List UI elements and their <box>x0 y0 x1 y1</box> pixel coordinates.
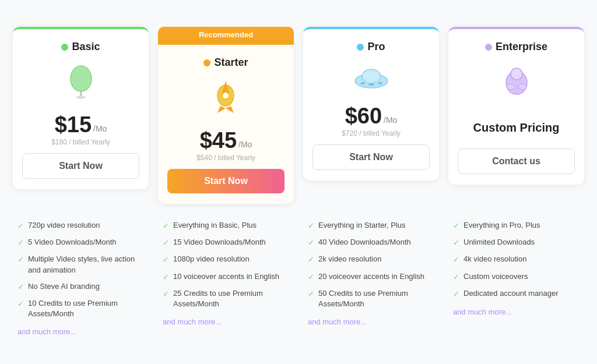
feature-text: 5 Video Downloads/Month <box>28 237 117 248</box>
start-button-starter[interactable]: Start Now <box>167 169 285 193</box>
and-more-starter[interactable]: and much more... <box>163 317 222 326</box>
card-wrapper-enterprise: EnterpriseCustom PricingContact us <box>448 27 584 185</box>
price-row-starter: $45/Mo <box>200 129 252 151</box>
price-row-pro: $60/Mo <box>345 105 398 127</box>
plan-icon-starter <box>210 78 242 123</box>
check-icon: ✓ <box>163 272 169 282</box>
start-button-enterprise[interactable]: Contact us <box>458 149 575 174</box>
feature-text: 4k video resolution <box>463 254 526 264</box>
feature-text: Multiple Video styles, live action and a… <box>28 254 144 275</box>
feature-item: ✓720p video resolution <box>17 220 144 231</box>
svg-point-0 <box>71 66 92 91</box>
features-section: ✓720p video resolution✓5 Video Downloads… <box>13 211 584 337</box>
feature-text: Everything in Starter, Plus <box>318 220 406 231</box>
check-icon: ✓ <box>17 299 24 309</box>
and-more-pro[interactable]: and much more... <box>308 317 367 326</box>
plan-name-row-basic: Basic <box>61 41 100 53</box>
check-icon: ✓ <box>308 272 314 282</box>
price-dollar-pro: $60 <box>345 105 382 127</box>
check-icon: ✓ <box>17 282 24 292</box>
feature-item: ✓No Steve AI branding <box>17 281 144 292</box>
svg-point-14 <box>511 68 522 80</box>
and-more-basic[interactable]: and much more... <box>17 327 76 336</box>
feature-item: ✓Everything in Pro, Plus <box>453 220 580 231</box>
start-button-basic[interactable]: Start Now <box>22 153 139 179</box>
check-icon: ✓ <box>453 272 459 282</box>
features-list-enterprise: ✓Everything in Pro, Plus✓Unlimited Downl… <box>453 220 580 299</box>
plan-card-enterprise: EnterpriseCustom PricingContact us <box>448 27 584 185</box>
feature-text: Everything in Pro, Plus <box>463 220 540 231</box>
feature-text: Unlimited Downloads <box>463 237 535 248</box>
pricing-cards: Basic$15/Mo$180 / billed YearlyStart Now… <box>13 27 584 204</box>
plan-card-basic: Basic$15/Mo$180 / billed YearlyStart Now <box>13 27 149 189</box>
features-col-enterprise: ✓Everything in Pro, Plus✓Unlimited Downl… <box>448 211 584 337</box>
plan-card-pro: Pro$60/Mo$720 / billed YearlyStart Now <box>303 27 439 181</box>
svg-point-9 <box>362 69 381 83</box>
feature-text: No Steve AI branding <box>28 281 100 292</box>
svg-point-7 <box>223 93 229 98</box>
feature-text: 2k video resolution <box>318 254 381 264</box>
card-wrapper-starter: RecommendedStarter$45/Mo$540 / billed Ye… <box>158 27 294 204</box>
plan-name-row-starter: Starter <box>203 56 248 69</box>
feature-item: ✓2k video resolution <box>308 254 434 265</box>
feature-item: ✓50 Credits to use Premium Assets/Month <box>308 288 434 309</box>
card-wrapper-pro: Pro$60/Mo$720 / billed YearlyStart Now <box>303 27 439 181</box>
features-list-basic: ✓720p video resolution✓5 Video Downloads… <box>17 220 144 319</box>
svg-marker-6 <box>226 106 234 113</box>
check-icon: ✓ <box>453 255 459 265</box>
feature-item: ✓40 Video Downloads/Month <box>308 237 434 248</box>
plan-name-row-enterprise: Enterprise <box>485 41 547 53</box>
feature-item: ✓25 Credits to use Premium Assets/Month <box>163 288 289 309</box>
svg-marker-5 <box>217 106 226 113</box>
recommended-badge: Recommended <box>158 27 294 43</box>
plan-icon-pro <box>351 62 392 99</box>
feature-item: ✓Multiple Video styles, live action and … <box>17 254 144 275</box>
plan-name-basic: Basic <box>72 41 100 53</box>
check-icon: ✓ <box>308 221 314 231</box>
plan-dot-starter <box>203 59 210 66</box>
check-icon: ✓ <box>17 221 24 231</box>
feature-text: Everything in Basic, Plus <box>173 220 257 231</box>
feature-item: ✓Unlimited Downloads <box>453 237 580 248</box>
plan-card-starter: Starter$45/Mo$540 / billed YearlyStart N… <box>158 43 294 204</box>
plan-name-row-pro: Pro <box>357 41 385 53</box>
feature-item: ✓1080p video resolution <box>163 254 289 265</box>
feature-item: ✓Dedicated account manager <box>453 288 580 299</box>
check-icon: ✓ <box>163 255 169 265</box>
feature-item: ✓Everything in Starter, Plus <box>308 220 434 231</box>
feature-text: Custom voiceovers <box>463 271 528 282</box>
svg-point-16 <box>518 84 526 90</box>
feature-item: ✓Custom voiceovers <box>453 271 580 282</box>
svg-point-11 <box>360 82 364 84</box>
plan-icon-enterprise <box>499 62 534 105</box>
check-icon: ✓ <box>17 255 24 265</box>
feature-text: 15 Video Downloads/Month <box>173 237 266 248</box>
price-mo-starter: /Mo <box>238 140 252 149</box>
feature-text: 10 Credits to use Premium Assets/Month <box>28 298 144 319</box>
price-yearly-starter: $540 / billed Yearly <box>196 154 255 162</box>
start-button-pro[interactable]: Start Now <box>312 144 430 170</box>
feature-text: 1080p video resolution <box>173 254 250 264</box>
plan-name-enterprise: Enterprise <box>496 41 547 53</box>
feature-text: 720p video resolution <box>28 220 100 231</box>
features-col-basic: ✓720p video resolution✓5 Video Downloads… <box>13 211 149 337</box>
feature-text: 50 Credits to use Premium Assets/Month <box>318 288 434 309</box>
plan-dot-enterprise <box>485 44 492 51</box>
plan-icon-basic <box>64 62 99 108</box>
feature-item: ✓4k video resolution <box>453 254 580 265</box>
features-col-pro: ✓Everything in Starter, Plus✓40 Video Do… <box>303 211 439 337</box>
plan-dot-basic <box>61 44 68 51</box>
svg-point-15 <box>507 84 515 90</box>
svg-point-2 <box>76 96 86 99</box>
feature-text: 40 Video Downloads/Month <box>318 237 411 248</box>
features-list-pro: ✓Everything in Starter, Plus✓40 Video Do… <box>308 220 434 309</box>
svg-point-10 <box>368 83 374 86</box>
price-mo-pro: /Mo <box>384 115 397 125</box>
price-mo-basic: /Mo <box>93 124 107 133</box>
features-col-starter: ✓Everything in Basic, Plus✓15 Video Down… <box>158 211 294 337</box>
and-more-enterprise[interactable]: and much more... <box>453 308 512 316</box>
check-icon: ✓ <box>308 289 314 299</box>
check-icon: ✓ <box>163 289 169 299</box>
feature-item: ✓Everything in Basic, Plus <box>163 220 289 231</box>
check-icon: ✓ <box>308 238 314 248</box>
